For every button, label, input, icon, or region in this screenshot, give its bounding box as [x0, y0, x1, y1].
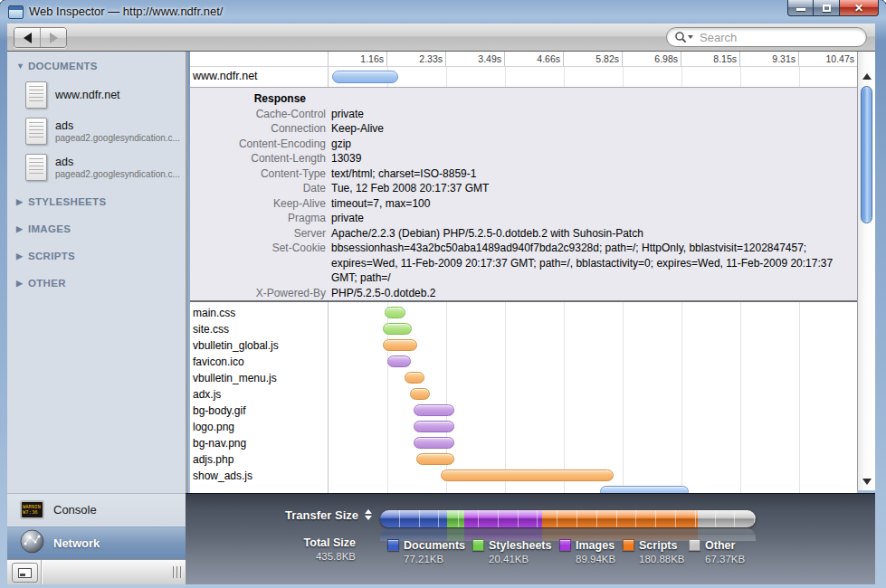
window-controls: ✕ [787, 0, 879, 16]
close-button[interactable]: ✕ [840, 0, 879, 16]
resource-row-favicon-ico[interactable]: favicon.ico [190, 354, 857, 370]
timeline-ruler: 1.16s2.33s3.49s4.66s5.82s6.98s8.15s9.31s… [190, 52, 857, 67]
total-size-block: Total Size 435.8KB [186, 536, 356, 562]
legend-swatch-scripts [623, 539, 634, 551]
timeline-gridline [740, 67, 741, 87]
toggle-drawer-button[interactable] [12, 563, 38, 583]
titlebar[interactable]: Web Inspector — http://www.ndfr.net/ ✕ [0, 0, 886, 24]
resource-row-vbulletin-global-js[interactable]: vbulletin_global.js [190, 337, 857, 354]
disclosure-closed-icon: ▶ [16, 251, 24, 261]
transfer-size-sort[interactable]: Transfer Size [186, 508, 372, 522]
status-divider [41, 560, 42, 584]
timeline-gridline [799, 67, 800, 87]
legend-swatch-stylesheets [472, 539, 484, 551]
forward-button[interactable] [40, 28, 66, 47]
segment-other [698, 510, 756, 527]
search-field[interactable] [666, 27, 867, 47]
search-scope-chevron-icon[interactable] [688, 35, 693, 39]
sidebar-section-documents[interactable]: ▼DOCUMENTS [7, 59, 186, 73]
summary-legend: Documents77.21KBStylesheets20.41KBImages… [380, 536, 869, 573]
header-value: PHP/5.2.5-0.dotdeb.2 [331, 286, 435, 301]
resource-row-adjs-php[interactable]: adjs.php [190, 451, 857, 468]
legend-scripts: Scripts180.88KB [623, 536, 685, 564]
resource-row-partial[interactable] [190, 484, 857, 493]
resource-name: bg-body.gif [193, 404, 245, 417]
network-label: Network [53, 536, 100, 550]
disclosure-closed-icon: ▶ [16, 197, 24, 206]
sidebar-item-ads[interactable]: adspagead2.googlesyndication.c... [7, 152, 186, 182]
sidebar-item-console[interactable]: WARNINW7:36 Console [7, 493, 186, 526]
resource-row-main-css[interactable]: main.css [190, 305, 857, 321]
segment-images [464, 510, 542, 527]
legend-label: Stylesheets [489, 539, 551, 552]
close-icon: ✕ [854, 3, 863, 14]
window-title: Web Inspector — http://www.ndfr.net/ [29, 5, 223, 18]
legend-swatch-images [559, 539, 571, 551]
sidebar-section-other[interactable]: ▶OTHER [7, 276, 186, 290]
resource-loading-bar [600, 486, 689, 493]
scroll-down-arrow-icon[interactable] [862, 479, 872, 485]
ruler-tick: 5.82s [564, 52, 623, 66]
resource-row-site-css[interactable]: site.css [190, 321, 857, 337]
app-icon [8, 5, 24, 19]
resource-row-logo-png[interactable]: logo.png [190, 419, 857, 435]
sidebar-section-scripts[interactable]: ▶SCRIPTS [7, 249, 186, 263]
resource-loading-bar [383, 339, 417, 351]
header-row: Content-Encodinggzip [190, 137, 857, 152]
resource-row-show-ads-js[interactable]: show_ads.js [190, 468, 857, 484]
resize-grip[interactable] [173, 566, 181, 578]
drawer-icon [18, 568, 32, 578]
resource-loading-bar [416, 453, 454, 465]
sidebar-section-stylesheets[interactable]: ▶STYLESHEETS [7, 194, 186, 209]
sidebar-item-www-ndfr-net[interactable]: www.ndfr.net [7, 80, 186, 109]
back-button[interactable] [14, 28, 40, 47]
header-value: Keep-Alive [331, 121, 384, 137]
minimize-button[interactable] [787, 0, 814, 16]
header-row: Cache-Controlprivate [190, 107, 857, 122]
resource-loading-bar [414, 437, 454, 449]
timeline-gridline [505, 67, 506, 87]
console-icon: WARNINW7:36 [20, 500, 44, 519]
scrollbar-thumb[interactable] [861, 86, 872, 223]
header-row: Pragmaprivate [190, 211, 857, 226]
header-name: X-Powered-By [190, 286, 326, 301]
search-input[interactable] [698, 30, 866, 45]
legend-swatch-documents [387, 539, 399, 551]
resource-loading-bar [410, 388, 430, 400]
response-title: Response [190, 91, 326, 107]
header-name: Keep-Alive [190, 196, 326, 212]
back-arrow-icon [24, 33, 32, 43]
ruler-tick: 4.66s [505, 52, 564, 66]
ruler-tick: 9.31s [740, 52, 799, 66]
maximize-icon [823, 5, 831, 12]
column-divider [328, 67, 329, 87]
segment-scripts [542, 510, 698, 527]
resource-row-vbulletin-menu-js[interactable]: vbulletin_menu.js [190, 370, 857, 386]
scroll-up-arrow-icon[interactable] [862, 73, 872, 80]
network-globe-icon [20, 529, 44, 557]
timeline-gridline [564, 67, 565, 87]
search-icon [674, 31, 687, 43]
ruler-tick: 10.47s [799, 52, 858, 66]
resource-name: vbulletin_global.js [193, 339, 279, 352]
item-text: adspagead2.googlesyndication.c... [55, 119, 180, 143]
resource-row-adx-js[interactable]: adx.js [190, 386, 857, 403]
document-row[interactable]: www.ndfr.net [190, 67, 857, 87]
sidebar-item-ads[interactable]: adspagead2.googlesyndication.c... [7, 116, 186, 146]
sidebar-item-network[interactable]: Network [7, 526, 186, 559]
vertical-scrollbar[interactable] [857, 52, 875, 490]
sort-arrows-icon [365, 509, 372, 520]
resource-row-bg-nav-png[interactable]: bg-nav.png [190, 435, 857, 451]
sidebar: ▼DOCUMENTSwww.ndfr.netadspagead2.googles… [7, 52, 188, 559]
resource-loading-bar [414, 421, 454, 432]
maximize-button[interactable] [814, 0, 840, 16]
resource-row-bg-body-gif[interactable]: bg-body.gif [190, 403, 857, 419]
resource-loading-bar [405, 372, 424, 384]
ruler-tick: 6.98s [623, 52, 681, 66]
status-bar [7, 559, 186, 584]
column-divider [328, 52, 329, 66]
resource-loading-bar [414, 404, 454, 416]
summary-panel: Transfer Size Total Size 435.8KB Documen… [186, 493, 875, 584]
item-text: www.ndfr.net [55, 89, 120, 101]
sidebar-section-images[interactable]: ▶IMAGES [7, 222, 186, 236]
